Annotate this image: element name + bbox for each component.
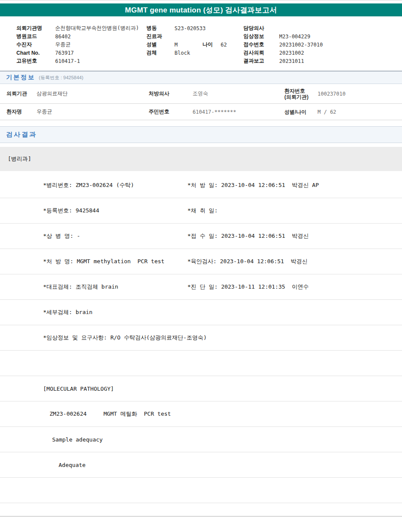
basic-info-row-2: 환자명 우종균 주민번호 610417-******* 성별/나이 M / 62 xyxy=(0,104,402,120)
field-value: Block xyxy=(175,50,190,56)
result-row-blank xyxy=(0,478,402,503)
result-row-diagnosis-name: *상 병 명: - *접 수 일: 2023-10-04 12:06:51 박경… xyxy=(0,224,402,249)
field-examinee: 수진자 우종균 xyxy=(16,40,146,49)
result-right: *진 단 일: 2023-10-11 12:01:35 이연수 xyxy=(187,283,309,291)
basic-info-title: 기본정보 xyxy=(6,74,35,81)
field-label-age: 나이 xyxy=(203,41,221,48)
field-test-request-date: 검사의뢰 20231002 xyxy=(243,49,402,57)
label-sex-age: 성별/나이 xyxy=(284,109,318,115)
results-title: 검사결과 xyxy=(6,131,37,139)
label-patient-name: 환자명 xyxy=(6,108,37,115)
value-prescribing-doctor: 조영숙 xyxy=(193,90,284,97)
result-row-footer-blank xyxy=(0,503,402,516)
field-specimen: 검체 Block xyxy=(146,49,243,57)
basic-info-row-1: 의뢰기관 삼광의료재단 처방의사 조영숙 환자번호(의뢰기관) 10023701… xyxy=(0,84,402,104)
result-row-order-name: *처 방 명: MGMT methylation PCR test *육안검사:… xyxy=(0,249,402,274)
result-left: *대표검체: 조직검체 brain xyxy=(43,283,187,291)
field-attending-doctor: 담당의사 xyxy=(243,24,402,32)
result-row-registration-no: *등록번호: 9425844 *채 취 일: xyxy=(0,198,402,224)
label-patient-no-line1: 환자번호 xyxy=(284,88,305,94)
field-value: S23-020533 xyxy=(175,25,206,31)
result-left: Sample adequacy xyxy=(52,436,103,443)
field-label: 접수번호 xyxy=(243,41,279,48)
value-requesting-org: 삼광의료재단 xyxy=(37,90,149,97)
field-label: 결과보고 xyxy=(243,57,279,65)
field-label: Chart No. xyxy=(16,50,55,56)
field-label: 성별 xyxy=(146,41,175,48)
field-label: 검체 xyxy=(146,49,175,56)
field-hospital-code: 병원코드 86402 xyxy=(16,32,146,40)
result-row-blank xyxy=(0,351,402,376)
report-page: MGMT gene mutation (성모) 검사결과보고서 의뢰기관명 순천… xyxy=(0,0,402,532)
result-left: Adequate xyxy=(59,462,86,468)
field-label: 진료과 xyxy=(146,33,175,40)
result-right: *육안검사: 2023-10-04 12:06:51 박경신 xyxy=(187,258,308,265)
label-patient-no: 환자번호(의뢰기관) xyxy=(284,88,318,100)
field-value: 86402 xyxy=(55,34,71,40)
field-label: 병동 xyxy=(146,25,175,32)
field-value: 20231011 xyxy=(279,58,304,64)
field-value: 763917 xyxy=(55,50,74,56)
header-info: 의뢰기관명 순천향대학교부속천안병원(병리과) 병원코드 86402 수진자 우… xyxy=(0,16,402,71)
field-value: 우종균 xyxy=(55,41,71,48)
result-right: *채 취 일: xyxy=(187,207,218,215)
header-middle-column: 병동 S23-020533 진료과 성별 M 나이 62 검체 Block xyxy=(146,24,243,65)
field-label: 고유번호 xyxy=(16,57,55,65)
basic-info-subtitle: (등록번호 : 9425844) xyxy=(39,75,83,81)
result-row-sample-adequacy: Sample adequacy xyxy=(0,427,402,452)
report-title-bar: MGMT gene mutation (성모) 검사결과보고서 xyxy=(0,3,402,16)
value-resident-no: 610417-******* xyxy=(193,109,284,115)
field-value-age: 62 xyxy=(221,42,227,48)
basic-info-section-header: 기본정보 (등록번호 : 9425844) xyxy=(0,72,402,84)
field-label: 검사의뢰 xyxy=(243,49,279,56)
value-patient-no: 100237010 xyxy=(318,91,402,97)
result-right: *처 방 일: 2023-10-04 12:06:51 박경신 AP xyxy=(187,181,319,189)
label-resident-no: 주민번호 xyxy=(149,108,193,115)
field-value: 순천향대학교부속천안병원(병리과) xyxy=(55,25,139,32)
value-sex-age: M / 62 xyxy=(318,109,402,115)
field-unique-no: 고유번호 610417-1 xyxy=(16,57,146,65)
field-sex-age: 성별 M 나이 62 xyxy=(146,40,243,49)
label-prescribing-doctor: 처방의사 xyxy=(149,90,193,97)
result-left: *세부검체: brain xyxy=(43,308,93,316)
field-clinical-info: 임상정보 M23-004229 xyxy=(243,32,402,40)
field-label: 담당의사 xyxy=(243,25,279,32)
result-left: ZM23-002624 MGMT 메틸화 PCR test xyxy=(50,410,171,418)
department-band: [병리과] xyxy=(0,147,402,171)
result-left: *등록번호: 9425844 xyxy=(43,207,187,215)
field-label: 수진자 xyxy=(16,41,55,48)
result-right: *접 수 일: 2023-10-04 12:06:51 박경신 xyxy=(187,232,309,240)
field-requesting-org: 의뢰기관명 순천향대학교부속천안병원(병리과) xyxy=(16,24,146,32)
header-left-column: 의뢰기관명 순천향대학교부속천안병원(병리과) 병원코드 86402 수진자 우… xyxy=(16,24,146,65)
result-row-sub-specimen: *세부검체: brain xyxy=(0,300,402,325)
result-row-clinical-info: *임상정보 및 요구사항: R/O 수탁검사(삼광의료재단-조영숙) xyxy=(0,325,402,351)
field-result-report-date: 결과보고 20231011 xyxy=(243,57,402,65)
results-section-header: 검사결과 xyxy=(0,126,402,143)
result-row-representative-specimen: *대표검체: 조직검체 brain *진 단 일: 2023-10-11 12:… xyxy=(0,274,402,300)
field-value-sex: M xyxy=(175,42,203,48)
result-left: *임상정보 및 요구사항: R/O 수탁검사(삼광의료재단-조영숙) xyxy=(43,334,207,342)
result-left: *처 방 명: MGMT methylation PCR test xyxy=(43,258,187,265)
label-requesting-org: 의뢰기관 xyxy=(6,90,37,97)
field-label: 임상정보 xyxy=(243,33,279,40)
field-department: 진료과 xyxy=(146,32,243,40)
result-row-adequate: Adequate xyxy=(0,452,402,478)
field-label: 병원코드 xyxy=(16,33,55,40)
field-value: M23-004229 xyxy=(279,34,310,40)
result-row-pathology-no: *병리번호: ZM23-002624 (수탁) *처 방 일: 2023-10-… xyxy=(0,173,402,198)
header-right-column: 담당의사 임상정보 M23-004229 접수번호 20231002-37010… xyxy=(243,24,402,65)
value-patient-name: 우종균 xyxy=(37,108,149,115)
field-value: 20231002 xyxy=(279,50,304,56)
field-ward: 병동 S23-020533 xyxy=(146,24,243,32)
result-left: *병리번호: ZM23-002624 (수탁) xyxy=(43,181,187,189)
label-patient-no-line2: (의뢰기관) xyxy=(284,94,309,100)
result-row-molecular-pathology-header: [MOLECULAR PATHOLOGY] xyxy=(0,376,402,401)
field-receipt-no: 접수번호 20231002-37010 xyxy=(243,40,402,49)
result-left: [MOLECULAR PATHOLOGY] xyxy=(43,386,114,392)
result-left: *상 병 명: - xyxy=(43,232,187,240)
field-value: 610417-1 xyxy=(55,58,80,64)
result-row-test-name: ZM23-002624 MGMT 메틸화 PCR test xyxy=(0,401,402,427)
field-label: 의뢰기관명 xyxy=(16,25,55,32)
field-value: 20231002-37010 xyxy=(279,42,323,48)
field-chart-no: Chart No. 763917 xyxy=(16,49,146,57)
